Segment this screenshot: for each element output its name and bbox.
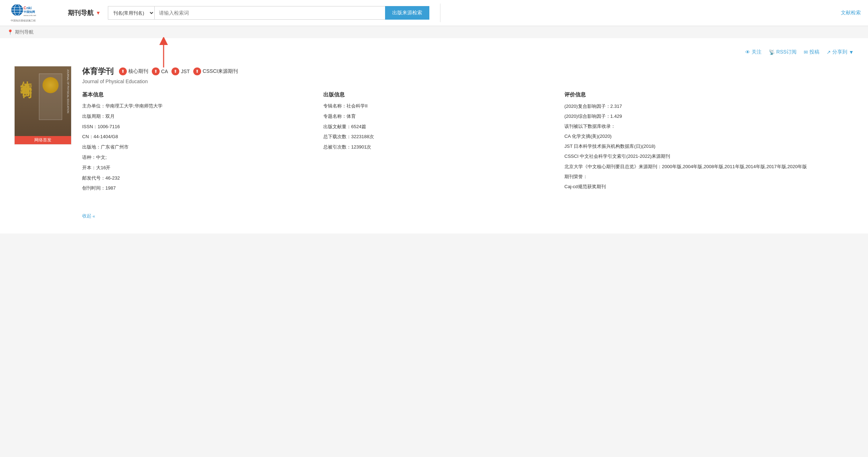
search-input[interactable] [154, 6, 385, 20]
share-arrow-icon: ▼ [849, 49, 854, 55]
badge-icon-core: 🎖 [119, 67, 127, 75]
eval-ca-db: CA 化学文摘(美)(2020) [564, 132, 854, 140]
eval-db-label: 该刊被以下数据库收录： [564, 122, 854, 130]
mail-icon: ✉ [804, 49, 808, 55]
eval-honor-label: 期刊荣誉： [564, 173, 854, 181]
logo-area: C nki 中国知网 www.cnki.net 中国知识基础设施工程 [7, 4, 61, 22]
breadcrumb-label[interactable]: 期刊导航 [15, 29, 34, 35]
svg-text:中国知网: 中国知网 [24, 10, 35, 14]
journal-title-row: 体育学刊 🎖 核心期刊 🎖 CA [82, 66, 854, 77]
journal-cover: 体育学刊 JOURNAL OF PHYSICAL EDUCATION 网络首发 [14, 66, 71, 219]
main-content: 👁 关注 📡 RSS订阅 ✉ 投稿 ↗ 分享到 ▼ 体育学刊 JOUR [0, 38, 868, 233]
cover-image: 体育学刊 JOURNAL OF PHYSICAL EDUCATION 网络首发 [14, 66, 71, 145]
basic-info-title: 基本信息 [82, 91, 323, 98]
rss-icon: 📡 [769, 49, 775, 55]
pub-download-count: 总下载次数：3223188次 [323, 133, 564, 141]
badges-container: 🎖 核心期刊 🎖 CA 🎖 JST [119, 67, 238, 75]
basic-issn: ISSN：1006-7116 [82, 123, 323, 131]
badge-icon-cssci: 🎖 [193, 67, 201, 75]
follow-label[interactable]: 关注 [752, 49, 762, 55]
pub-article-count: 出版文献量：6524篇 [323, 123, 564, 131]
collapse-link[interactable]: 收起 « [82, 213, 95, 219]
basic-founded: 创刊时间：1987 [82, 185, 323, 192]
breadcrumb: 📍 期刊导航 [0, 26, 868, 38]
action-bar: 👁 关注 📡 RSS订阅 ✉ 投稿 ↗ 分享到 ▼ [7, 45, 861, 59]
pub-cited-count: 总被引次数：123901次 [323, 144, 564, 151]
basic-period: 出版周期：双月 [82, 113, 323, 120]
journal-title: 体育学刊 [82, 66, 114, 77]
eval-composite-impact: (2020)复合影响因子：2.317 [564, 102, 854, 110]
cover-title-cn: 体育学刊 [18, 72, 34, 80]
svg-text:中国知识基础设施工程: 中国知识基础设施工程 [11, 19, 36, 22]
collapse-label[interactable]: 收起 [82, 213, 91, 219]
logo-image: C nki 中国知网 www.cnki.net 中国知识基础设施工程 [11, 4, 57, 22]
annotation-arrow [153, 37, 174, 69]
share-action[interactable]: ↗ 分享到 ▼ [827, 49, 854, 55]
basic-sponsor: 主办单位：华南理工大学;华南师范大学 [82, 102, 323, 110]
eval-cssci-db: CSSCI 中文社会科学引文索引(2021-2022)来源期刊 [564, 152, 854, 160]
info-sections: 基本信息 主办单位：华南理工大学;华南师范大学 出版周期：双月 ISSN：100… [82, 91, 854, 195]
badge-label-cssci: CSSCI来源期刊 [203, 68, 238, 75]
header-divider [440, 4, 440, 22]
right-nav-link[interactable]: 文献检索 [841, 10, 861, 16]
badge-label-jst: JST [181, 69, 190, 74]
rss-action[interactable]: 📡 RSS订阅 [769, 49, 797, 55]
search-button[interactable]: 出版来源检索 [385, 6, 429, 20]
eval-pkucore-db: 北京大学《中文核心期刊要目总览》来源期刊：2000年版,2004年版,2008年… [564, 163, 854, 171]
header: C nki 中国知网 www.cnki.net 中国知识基础设施工程 期刊导航 … [0, 0, 868, 26]
basic-format: 开本：大16开 [82, 164, 323, 172]
journal-info: 体育学刊 🎖 核心期刊 🎖 CA [82, 66, 854, 219]
journal-container: 体育学刊 JOURNAL OF PHYSICAL EDUCATION 网络首发 … [7, 59, 861, 226]
svg-text:nki: nki [26, 6, 32, 10]
badge-cssci: 🎖 CSSCI来源期刊 [193, 67, 238, 75]
basic-cn: CN：44-1404/G8 [82, 133, 323, 141]
submit-action[interactable]: ✉ 投稿 [804, 49, 819, 55]
eval-info-title: 评价信息 [564, 91, 854, 98]
share-label[interactable]: 分享到 [832, 49, 847, 55]
collapse-area: 收起 « [82, 206, 854, 219]
badge-label-ca: CA [161, 69, 168, 74]
svg-text:C: C [24, 6, 26, 10]
badge-core: 🎖 核心期刊 [119, 67, 148, 75]
publish-info-section: 出版信息 专辑名称：社会科学II 专题名称：体育 出版文献量：6524篇 总下载… [323, 91, 564, 195]
basic-language: 语种：中文; [82, 154, 323, 161]
nav-dropdown-arrow[interactable]: ▼ [96, 10, 101, 16]
submit-label[interactable]: 投稿 [809, 49, 819, 55]
badge-label-core: 核心期刊 [128, 68, 148, 75]
nav-title[interactable]: 期刊导航 [68, 9, 94, 17]
rss-label[interactable]: RSS订阅 [776, 49, 797, 55]
follow-action[interactable]: 👁 关注 [745, 49, 762, 55]
cover-journal-small: JOURNAL OF PHYSICAL EDUCATION [67, 69, 69, 113]
location-icon: 📍 [7, 29, 13, 35]
svg-text:www.cnki.net: www.cnki.net [23, 14, 36, 16]
collapse-icon: « [93, 214, 95, 219]
journal-title-en: Journal of Physical Education [82, 79, 854, 84]
share-icon: ↗ [827, 49, 831, 55]
eval-comprehensive-impact: (2020)综合影响因子：1.429 [564, 112, 854, 120]
eye-icon: 👁 [745, 49, 750, 55]
basic-mailcode: 邮发代号：46-232 [82, 175, 323, 182]
eval-info-section: 评价信息 (2020)复合影响因子：2.317 (2020)综合影响因子：1.4… [564, 91, 854, 195]
eval-cajcd-award: Caj-cd规范获奖期刊 [564, 183, 854, 191]
pub-volume-name: 专辑名称：社会科学II [323, 102, 564, 110]
eval-jst-db: JST 日本科学技术振兴机构数据库(日)(2018) [564, 142, 854, 150]
pub-topic-name: 专题名称：体育 [323, 113, 564, 120]
badges-list: 🎖 核心期刊 🎖 CA 🎖 JST [119, 67, 238, 75]
basic-location: 出版地：广东省广州市 [82, 144, 323, 151]
basic-info-section: 基本信息 主办单位：华南理工大学;华南师范大学 出版周期：双月 ISSN：100… [82, 91, 323, 195]
badge-jst: 🎖 JST [171, 67, 190, 75]
search-area: 刊名(常用刊名) 出版来源检索 [108, 6, 429, 20]
search-type-select[interactable]: 刊名(常用刊名) [108, 6, 154, 20]
nav-area: 期刊导航 ▼ [68, 9, 101, 17]
publish-info-title: 出版信息 [323, 91, 564, 98]
cover-badge: 网络首发 [15, 136, 71, 144]
